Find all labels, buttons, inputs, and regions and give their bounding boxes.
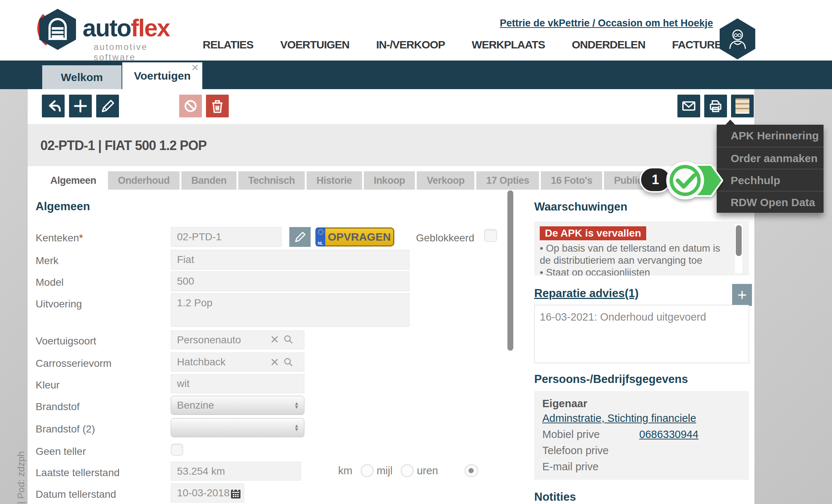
email-button[interactable] — [677, 95, 700, 117]
envelope-icon — [680, 97, 698, 115]
opvragen-button[interactable]: NL OPVRAGEN — [315, 227, 394, 246]
kenteken-label: Kenteken* — [36, 232, 83, 244]
merk-input[interactable] — [171, 250, 409, 270]
email-label: E-mail prive — [542, 461, 598, 473]
tab-banden[interactable]: Banden — [181, 171, 236, 190]
model-input[interactable] — [171, 271, 409, 291]
merk-label: Merk — [36, 255, 58, 267]
user-account-link[interactable]: Pettrie de vkPettrie / Occasion om het H… — [500, 18, 713, 29]
tab-historie[interactable]: Historie — [307, 171, 362, 190]
tellerstand-units: km mijl uren — [321, 464, 443, 477]
nav-werkplaats[interactable]: WERKPLAATS — [472, 39, 545, 51]
session-tab-welkom[interactable]: Welkom — [42, 65, 122, 89]
menu-caret — [726, 120, 735, 125]
datum-tellerstand-label: Datum tellerstand — [36, 489, 116, 500]
kenteken-input[interactable] — [171, 227, 282, 247]
opvragen-label: OPVRAGEN — [328, 231, 391, 243]
uitvoering-textarea[interactable]: 1.2 Pop — [171, 293, 409, 327]
tab-opties[interactable]: 17 Opties — [476, 171, 539, 190]
undo-arrow-icon — [44, 97, 62, 115]
brand-name: autoflex — [83, 14, 170, 42]
geen-teller-checkbox[interactable] — [171, 443, 183, 456]
uitvoering-label: Uitvoering — [36, 298, 82, 310]
waarschuwingen-heading: Waarschuwingen — [534, 200, 627, 213]
telefoon-label: Telefoon prive — [542, 445, 609, 457]
tab-onderhoud[interactable]: Onderhoud — [108, 171, 180, 190]
radio-mijl-label: mijl — [377, 465, 393, 477]
warnings-scroll-track[interactable] — [735, 224, 742, 273]
trash-icon — [209, 97, 226, 115]
brandstof2-select[interactable]: ▲▼ — [171, 418, 304, 437]
app-header: autoflex automotive software RELATIES VO… — [0, 0, 832, 61]
actions-dropdown-menu: APK Herinnering Order aanmaken Pechhulp … — [717, 125, 824, 213]
clear-x-icon[interactable] — [270, 357, 279, 367]
voertuigsoort-label: Voertuigsoort — [36, 335, 96, 347]
kleur-label: Kleur — [36, 379, 59, 391]
radio-uren-label: uren — [417, 465, 438, 477]
edit-button[interactable] — [96, 95, 119, 117]
pencil-icon — [293, 230, 307, 244]
radio-mijl[interactable] — [361, 464, 374, 477]
title-band: 02-PTD-1 | FIAT 500 1.2 POP — [28, 124, 755, 166]
menu-item-order-aanmaken[interactable]: Order aanmaken — [717, 147, 824, 169]
apk-alert-badge: De APK is vervallen — [540, 226, 646, 240]
form-scrollbar[interactable] — [507, 190, 513, 351]
app-window: autoflex automotive software RELATIES VO… — [0, 0, 832, 504]
kleur-input[interactable] — [171, 374, 304, 393]
cancel-button-disabled[interactable] — [179, 95, 202, 117]
warning-bullet-2: • Staat op occasionlijsten — [540, 267, 723, 275]
geblokkeerd-checkbox[interactable] — [484, 229, 497, 242]
more-actions-button[interactable] — [731, 95, 754, 117]
waarschuwingen-box: De APK is vervallen • Op basis van de te… — [534, 222, 749, 275]
autoflex-logo[interactable]: autoflex automotive software — [35, 6, 189, 55]
add-button[interactable] — [69, 95, 92, 117]
reparatie-advies-link[interactable]: Reparatie advies(1) — [534, 287, 639, 300]
tab-algemeen[interactable]: Algemeen — [40, 171, 106, 190]
tab-inkoop[interactable]: Inkoop — [364, 171, 415, 190]
geblokkeerd-label: Geblokkeerd — [416, 232, 474, 244]
close-icon[interactable]: × — [191, 61, 199, 73]
nav-voertuigen[interactable]: VOERTUIGEN — [280, 39, 349, 51]
tab-verkoop[interactable]: Verkoop — [417, 171, 474, 190]
required-asterisk: * — [79, 232, 83, 244]
nav-in-verkoop[interactable]: IN-/VERKOOP — [376, 39, 445, 51]
nav-onderdelen[interactable]: ONDERDELEN — [572, 39, 645, 51]
brandstof2-label: Brandstof (2) — [36, 423, 95, 435]
brandstof-value: Benzine — [177, 399, 214, 411]
reparatie-advies-box: 16-03-2021: Onderhoud uitgevoerd — [534, 305, 749, 363]
radio-km[interactable] — [464, 464, 478, 477]
mobiel-label: Mobiel prive — [542, 428, 600, 441]
tab-fotos[interactable]: 16 Foto's — [541, 171, 602, 190]
clear-x-icon[interactable] — [270, 335, 279, 344]
back-button[interactable] — [42, 95, 65, 117]
add-reparatie-button[interactable]: + — [732, 284, 752, 306]
form-section-heading: Algemeen — [36, 200, 90, 213]
menu-item-rdw-open-data[interactable]: RDW Open Data — [717, 191, 824, 213]
content-tabs: Algemeen Onderhoud Banden Technisch Hist… — [40, 171, 673, 190]
nav-relaties[interactable]: RELATIES — [203, 39, 253, 51]
user-avatar[interactable] — [720, 18, 755, 59]
search-icon[interactable] — [283, 334, 293, 344]
delete-button[interactable] — [206, 95, 229, 117]
plus-icon — [72, 97, 89, 115]
radio-uren[interactable] — [401, 464, 414, 477]
warnings-scroll-thumb[interactable] — [736, 225, 742, 256]
radio-km-label: km — [338, 465, 352, 477]
session-tab-voertuigen[interactable]: Voertuigen × — [122, 62, 202, 89]
search-icon[interactable] — [283, 357, 293, 367]
reparatie-entry: 16-03-2021: Onderhoud uitgevoerd — [540, 311, 706, 323]
calendar-icon[interactable] — [230, 487, 241, 499]
menu-item-apk-herinnering[interactable]: APK Herinnering — [717, 125, 824, 147]
brandstof-select[interactable]: Benzine ▲▼ — [171, 396, 304, 415]
persoons-heading: Persoons-/Bedrijfsgegevens — [534, 373, 688, 386]
print-button[interactable] — [704, 95, 727, 117]
session-tab-voertuigen-label: Voertuigen — [134, 70, 191, 82]
tab-technisch[interactable]: Technisch — [238, 171, 305, 190]
menu-item-pechhulp[interactable]: Pechhulp — [717, 169, 824, 191]
owner-link[interactable]: Adminstratie, Stichting financiele — [542, 412, 696, 424]
tellerstand-input[interactable] — [171, 462, 301, 481]
mobiel-number-link[interactable]: 0686330944 — [639, 428, 698, 441]
edit-kenteken-button[interactable] — [289, 227, 311, 247]
eigenaar-label: Eigenaar — [542, 398, 587, 410]
prohibition-icon — [182, 97, 199, 115]
